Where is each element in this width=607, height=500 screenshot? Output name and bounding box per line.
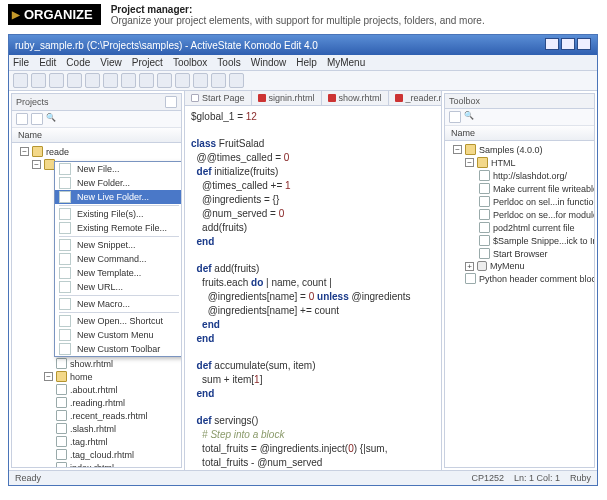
menu-new-folder[interactable]: New Folder... <box>55 176 181 190</box>
menu-tools[interactable]: Tools <box>217 57 240 68</box>
status-encoding: CP1252 <box>471 473 504 483</box>
banner: ORGANIZE Project manager: Organize your … <box>0 0 607 34</box>
window-title: ruby_sample.rb (C:\Projects\samples) - A… <box>15 40 318 51</box>
menu-new-template[interactable]: New Template... <box>55 266 181 280</box>
file-icon <box>56 449 67 460</box>
snippet-icon <box>479 235 490 246</box>
menu-file[interactable]: File <box>13 57 29 68</box>
command-icon <box>479 248 490 259</box>
toolbar-button[interactable] <box>67 73 82 88</box>
file-icon <box>56 358 67 369</box>
status-ready: Ready <box>15 473 41 483</box>
menu-new-macro[interactable]: New Macro... <box>55 297 181 311</box>
tab-show[interactable]: show.rhtml <box>322 91 389 105</box>
menu-new-command[interactable]: New Command... <box>55 252 181 266</box>
toolbar-button[interactable] <box>13 73 28 88</box>
menu-toolbox[interactable]: Toolbox <box>173 57 207 68</box>
name-column-header: Name <box>12 128 181 143</box>
panel-tool[interactable] <box>31 113 43 125</box>
file-icon <box>258 94 266 102</box>
name-column-header: Name <box>445 126 594 141</box>
command-icon <box>479 222 490 233</box>
projects-panel-header: Projects <box>12 94 181 111</box>
search-icon[interactable]: 🔍 <box>464 111 474 123</box>
menu-code[interactable]: Code <box>66 57 90 68</box>
titlebar: ruby_sample.rb (C:\Projects\samples) - A… <box>9 35 597 55</box>
folder-icon <box>32 146 43 157</box>
menu-existing-files[interactable]: Existing File(s)... <box>55 207 181 221</box>
menu-new-file[interactable]: New File... <box>55 162 181 176</box>
folder-icon <box>477 157 488 168</box>
command-icon <box>479 196 490 207</box>
menu-project[interactable]: Project <box>132 57 163 68</box>
menu-help[interactable]: Help <box>296 57 317 68</box>
toolbar-button[interactable] <box>103 73 118 88</box>
toolbar-button[interactable] <box>139 73 154 88</box>
menu-icon <box>477 261 487 271</box>
menu-existing-remote-file[interactable]: Existing Remote File... <box>55 221 181 235</box>
file-icon <box>56 397 67 408</box>
toolbar-button[interactable] <box>121 73 136 88</box>
context-menu: New File... New Folder... New Live Folde… <box>54 161 181 357</box>
toolbox-panel-header: Toolbox <box>445 94 594 109</box>
projects-tree[interactable]: −reade −ho New File... New Folder... New… <box>12 143 181 467</box>
file-icon <box>56 384 67 395</box>
snippet-icon <box>465 273 476 284</box>
organize-badge: ORGANIZE <box>8 4 101 25</box>
menu-new-live-folder[interactable]: New Live Folder... <box>55 190 181 204</box>
file-icon <box>56 462 67 467</box>
toolbar-button[interactable] <box>211 73 226 88</box>
toolbar-button[interactable] <box>157 73 172 88</box>
search-icon[interactable]: 🔍 <box>46 113 56 125</box>
menu-new-open-shortcut[interactable]: New Open... Shortcut <box>55 314 181 328</box>
app-window: ruby_sample.rb (C:\Projects\samples) - A… <box>8 34 598 486</box>
status-language: Ruby <box>570 473 591 483</box>
toolbar-button[interactable] <box>229 73 244 88</box>
file-icon <box>56 410 67 421</box>
statusbar: Ready CP1252 Ln: 1 Col: 1 Ruby <box>9 470 597 485</box>
panel-tool[interactable] <box>16 113 28 125</box>
status-position: Ln: 1 Col: 1 <box>514 473 560 483</box>
window-controls[interactable] <box>543 38 591 52</box>
toolbox-tree[interactable]: −Samples (4.0.0) −HTML http://slashdot.o… <box>445 141 594 467</box>
url-icon <box>479 170 490 181</box>
command-icon <box>479 183 490 194</box>
menubar: File Edit Code View Project Toolbox Tool… <box>9 55 597 71</box>
file-icon <box>395 94 403 102</box>
toolbar-button[interactable] <box>85 73 100 88</box>
menu-new-snippet[interactable]: New Snippet... <box>55 238 181 252</box>
toolbar-button[interactable] <box>49 73 64 88</box>
editor-tabs: Start Page signin.rhtml show.rhtml _read… <box>185 91 441 106</box>
file-icon <box>56 423 67 434</box>
banner-text: Project manager: Organize your project e… <box>111 4 485 26</box>
file-icon <box>56 436 67 447</box>
toolbar-button[interactable] <box>175 73 190 88</box>
menu-new-custom-toolbar[interactable]: New Custom Toolbar <box>55 342 181 356</box>
menu-new-custom-menu[interactable]: New Custom Menu <box>55 328 181 342</box>
menu-edit[interactable]: Edit <box>39 57 56 68</box>
tab-start-page[interactable]: Start Page <box>185 91 252 105</box>
code-editor[interactable]: $global_1 = 12 class FruitSalad @@times_… <box>185 106 441 470</box>
main-toolbar <box>9 71 597 91</box>
menu-new-url[interactable]: New URL... <box>55 280 181 294</box>
toolbar-button[interactable] <box>193 73 208 88</box>
folder-icon <box>56 371 67 382</box>
menu-window[interactable]: Window <box>251 57 287 68</box>
tab-signin[interactable]: signin.rhtml <box>252 91 322 105</box>
command-icon <box>479 209 490 220</box>
panel-button[interactable] <box>165 96 177 108</box>
folder-icon <box>465 144 476 155</box>
toolbox-panel-toolbar: 🔍 <box>445 109 594 126</box>
toolbar-button[interactable] <box>31 73 46 88</box>
tab-reader[interactable]: _reader.rhtml <box>389 91 441 105</box>
file-icon <box>328 94 336 102</box>
panel-tool[interactable] <box>449 111 461 123</box>
menu-view[interactable]: View <box>100 57 122 68</box>
menu-mymenu[interactable]: MyMenu <box>327 57 365 68</box>
projects-panel-toolbar: 🔍 <box>12 111 181 128</box>
